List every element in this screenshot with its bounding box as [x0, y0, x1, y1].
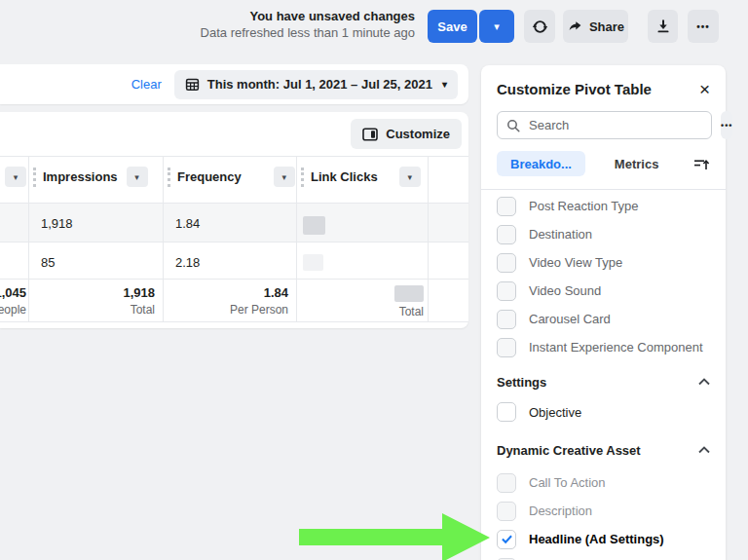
checkbox[interactable]: [497, 473, 516, 493]
table-row[interactable]: 85 2.18: [0, 243, 468, 280]
unsaved-status: You have unsaved changes Data refreshed …: [201, 8, 415, 41]
sort-order-button[interactable]: [693, 157, 710, 171]
impressions-total-label: Total: [131, 303, 155, 317]
list-item-video-view-type[interactable]: Video View Type: [497, 248, 710, 277]
checkbox[interactable]: [497, 197, 516, 216]
tab-metrics-label: Metrics: [615, 157, 659, 171]
impressions-total-value: 1,918: [123, 285, 155, 300]
list-item-video-sound[interactable]: Video Sound: [497, 277, 710, 305]
checkbox[interactable]: [497, 253, 516, 273]
frequency-total-value: 1.84: [264, 285, 288, 300]
checkbox[interactable]: [497, 338, 516, 357]
save-options-dropdown[interactable]: ▾: [479, 10, 514, 43]
download-button[interactable]: [648, 10, 678, 43]
table-row[interactable]: 1,918 1.84: [0, 204, 468, 243]
refresh-button[interactable]: [524, 10, 555, 43]
list-item-instant-experience-component[interactable]: Instant Experience Component: [497, 333, 710, 361]
redacted-value: [303, 254, 323, 271]
calendar-icon: [185, 77, 200, 92]
list-item-label: Instant Experience Component: [529, 340, 703, 355]
column-header-label: Link Clicks: [311, 169, 378, 184]
column-header-label: Impressions: [43, 169, 118, 184]
row-clipped-cell: [0, 204, 29, 243]
more-options-button[interactable]: •••: [688, 10, 719, 43]
drag-handle-icon[interactable]: [33, 168, 36, 187]
tab-breakdowns-label: Breakdo...: [510, 157, 572, 171]
section-header-dynamic-creative-asset[interactable]: Dynamic Creative Asset: [497, 435, 710, 465]
people-total-value: 1,045: [0, 285, 26, 300]
column-menu-caret[interactable]: ▾: [399, 167, 421, 187]
frequency-cell: 2.18: [164, 243, 297, 280]
table-header-frequency: Frequency ▾: [164, 156, 297, 204]
list-item-partial[interactable]: [497, 553, 710, 560]
frequency-total-cell: 1.84 Per Person: [164, 280, 297, 322]
link-clicks-total-cell: Total: [297, 280, 429, 322]
impressions-cell: 1,918: [29, 204, 164, 243]
section-title: Dynamic Creative Asset: [497, 443, 641, 458]
share-button[interactable]: Share: [563, 10, 628, 43]
search-input[interactable]: [527, 117, 702, 133]
save-button-label: Save: [437, 19, 467, 34]
column-menu-caret[interactable]: ▾: [274, 167, 295, 187]
list-item-post-reaction-type[interactable]: Post Reaction Type: [497, 192, 710, 220]
list-item-label: Objective: [529, 405, 581, 420]
customize-pivot-table-panel: Customize Pivot Table × ••• Breakdo... M…: [481, 65, 726, 560]
drag-handle-icon[interactable]: [168, 168, 170, 187]
column-menu-caret[interactable]: ▾: [5, 167, 26, 187]
table-header-clipped-column: ▾: [0, 156, 29, 204]
refresh-icon: [532, 19, 548, 35]
list-item-description[interactable]: Description: [497, 497, 710, 525]
frequency-total-label: Per Person: [230, 303, 288, 317]
filter-bar: Clear This month: Jul 1, 2021 – Jul 25, …: [0, 64, 468, 104]
search-box[interactable]: [497, 111, 712, 139]
panel-more-options-button[interactable]: •••: [721, 111, 732, 139]
tab-breakdowns[interactable]: Breakdo...: [497, 151, 585, 176]
impressions-cell: 85: [29, 243, 164, 280]
checkbox-checked[interactable]: [497, 530, 516, 549]
list-item-headline-ad-settings[interactable]: Headline (Ad Settings): [497, 525, 710, 553]
customize-button[interactable]: Customize: [351, 119, 462, 149]
empty-cell: [429, 243, 468, 280]
impressions-total-cell: 1,918 Total: [29, 280, 164, 322]
check-icon: [501, 534, 513, 544]
more-dots-icon: •••: [721, 121, 732, 131]
column-header-label: Frequency: [177, 169, 242, 184]
table-header-impressions: Impressions ▾: [29, 156, 164, 204]
checkbox[interactable]: [497, 281, 516, 301]
date-range-selector[interactable]: This month: Jul 1, 2021 – Jul 25, 2021 ▾: [174, 70, 458, 99]
checkbox[interactable]: [497, 225, 516, 244]
list-item-label: Video Sound: [529, 283, 601, 298]
close-icon[interactable]: ×: [699, 82, 710, 97]
more-dots-icon: •••: [696, 21, 710, 32]
customize-columns-icon: [362, 128, 378, 141]
checkbox[interactable]: [497, 502, 516, 521]
people-total-label: People: [0, 303, 26, 317]
people-total-cell: 1,045 People: [0, 280, 29, 322]
data-refreshed-text: Data refreshed less than 1 minute ago: [201, 24, 415, 41]
checkbox[interactable]: [497, 310, 516, 329]
checkbox[interactable]: [497, 402, 516, 422]
list-item-label: Carousel Card: [529, 312, 611, 326]
highlight-arrow: [299, 512, 491, 560]
pivot-table-card: Customize ▾ Impressions ▾ Frequency ▾: [0, 112, 468, 328]
link-clicks-cell: [297, 204, 429, 243]
download-icon: [655, 19, 671, 34]
list-item-carousel-card[interactable]: Carousel Card: [497, 305, 710, 333]
chevron-up-icon: [698, 446, 710, 454]
table-header-empty: [429, 156, 468, 204]
table-header-row: ▾ Impressions ▾ Frequency ▾ Link Clicks …: [0, 156, 468, 204]
link-clicks-cell: [297, 243, 429, 280]
save-button[interactable]: Save: [428, 10, 477, 43]
list-item-destination[interactable]: Destination: [497, 220, 710, 248]
tab-metrics[interactable]: Metrics: [615, 157, 659, 171]
list-item-label: Call To Action: [529, 475, 606, 490]
list-item-objective[interactable]: Objective: [497, 396, 710, 428]
redacted-value: [394, 285, 424, 302]
column-menu-caret[interactable]: ▾: [127, 167, 148, 187]
section-title: Settings: [497, 375, 546, 390]
clear-filters-link[interactable]: Clear: [131, 77, 162, 92]
sort-order-icon: [693, 157, 710, 171]
section-header-settings[interactable]: Settings: [497, 367, 710, 396]
list-item-call-to-action[interactable]: Call To Action: [497, 468, 710, 497]
drag-handle-icon[interactable]: [301, 168, 304, 187]
